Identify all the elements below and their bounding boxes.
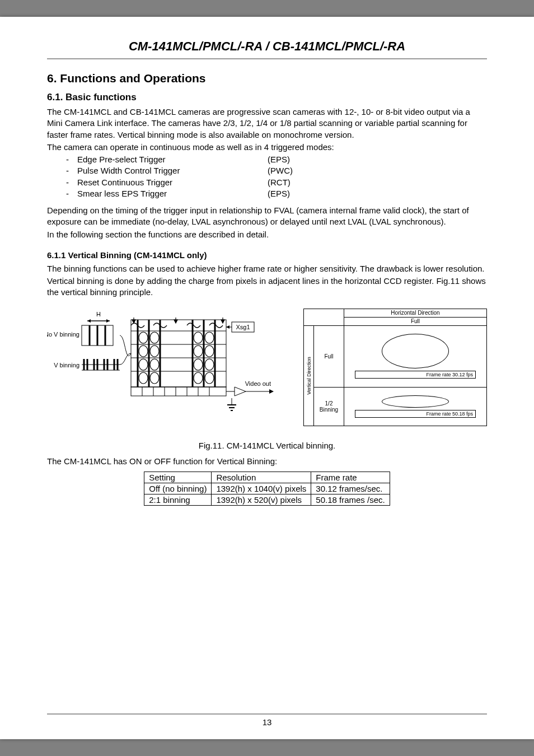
mode-name: Pulse Width Control Trigger	[77, 165, 268, 176]
header-title: CM-141MCL/PMCL/-RA / CB-141MCL/PMCL/-RA	[47, 39, 487, 54]
svg-marker-64	[269, 389, 274, 394]
body-paragraph: The CM-141MCL and CB-141MCL cameras are …	[47, 106, 487, 141]
table-header: Frame rate	[311, 472, 390, 483]
mode-code: (PWC)	[268, 165, 293, 176]
binning-table: Setting Resolution Frame rate Off (no bi…	[144, 472, 390, 506]
svg-marker-2	[106, 319, 110, 323]
svg-rect-53	[131, 387, 226, 396]
svg-point-31	[205, 332, 214, 343]
vertical-direction-label: Vertical Direction	[306, 357, 312, 395]
table-row: 2:1 binning 1392(h) x 520(v) pixels 50.1…	[144, 494, 390, 505]
binning-frame-rate-diagram: Horizontal Direction Full Vertical Direc…	[303, 309, 487, 426]
list-item: - Edge Pre-select Trigger (EPS)	[66, 154, 487, 165]
section-title: 6. Functions and Operations	[47, 72, 487, 85]
mode-code: (EPS)	[268, 188, 290, 199]
page-number: 13	[0, 717, 534, 727]
frame-rate-binning: Frame rate 50.18 fps	[355, 410, 476, 418]
body-paragraph: The camera can operate in continuous mod…	[47, 142, 487, 153]
body-paragraph: The CM-141MCL has ON or OFF function for…	[47, 456, 487, 467]
subsection-title: 6.1. Basic functions	[47, 92, 487, 103]
ellipse-icon	[382, 395, 449, 408]
body-paragraph: Vertical binning is done by adding the c…	[47, 276, 487, 298]
table-cell: 50.18 frames /sec.	[311, 494, 390, 505]
svg-point-35	[205, 346, 214, 357]
v-binning-label: V binning	[54, 362, 79, 368]
header-rule	[47, 58, 487, 59]
svg-point-28	[139, 332, 148, 343]
page: CM-141MCL/PMCL/-RA / CB-141MCL/PMCL/-RA …	[0, 17, 534, 739]
trigger-mode-list: - Edge Pre-select Trigger (EPS) - Pulse …	[66, 154, 487, 199]
figure-caption: Fig.11. CM-141MCL Vertical binning.	[47, 441, 487, 450]
svg-point-42	[194, 372, 203, 384]
svg-point-40	[139, 372, 148, 384]
ellipse-icon	[382, 334, 449, 368]
table-header-row: Setting Resolution Frame rate	[144, 472, 390, 483]
dash-bullet: -	[66, 188, 77, 199]
binning-principle-diagram: H No V binning V binning	[47, 309, 299, 426]
table-cell: 1392(h) x 1040(v) pixels	[212, 483, 311, 494]
svg-point-32	[139, 346, 148, 357]
dash-bullet: -	[66, 177, 77, 188]
svg-point-33	[150, 346, 159, 357]
h-label: H	[96, 311, 101, 318]
subsubsection-title: 6.1.1 Vertical Binning (CM-141MCL only)	[47, 250, 487, 260]
svg-point-37	[150, 359, 159, 370]
figure-row: H No V binning V binning	[47, 309, 487, 426]
svg-point-29	[150, 332, 159, 343]
video-out-label: Video out	[245, 380, 271, 387]
body-paragraph: The binning functions can be used to ach…	[47, 263, 487, 274]
list-item: - Smear less EPS Trigger (EPS)	[66, 188, 487, 199]
svg-point-30	[194, 332, 203, 343]
table-cell: 30.12 frames/sec.	[311, 483, 390, 494]
svg-point-36	[139, 359, 148, 370]
svg-marker-45	[132, 320, 135, 323]
body-paragraph: Depending on the timing of the trigger i…	[47, 205, 487, 228]
frame-rate-full: Frame rate 30.12 fps	[355, 371, 476, 379]
svg-marker-1	[87, 319, 91, 323]
table-header: Resolution	[212, 472, 311, 483]
mode-code: (EPS)	[268, 154, 290, 165]
svg-point-38	[194, 359, 203, 370]
full-top-label: Full	[344, 318, 486, 325]
horizontal-direction-label: Horizontal Direction	[344, 309, 486, 318]
mode-name: Reset Continuous Trigger	[77, 177, 268, 188]
svg-point-41	[150, 372, 159, 384]
svg-marker-62	[235, 387, 246, 396]
list-item: - Reset Continuous Trigger (RCT)	[66, 177, 487, 188]
svg-marker-47	[174, 320, 177, 323]
list-item: - Pulse Width Control Trigger (PWC)	[66, 165, 487, 176]
no-v-binning-label: No V binning	[47, 331, 79, 338]
footer-rule	[47, 713, 487, 715]
body-paragraph: In the following section the functions a…	[47, 229, 487, 240]
mode-name: Edge Pre-select Trigger	[77, 154, 268, 165]
mode-code: (RCT)	[268, 177, 291, 188]
svg-marker-52	[226, 325, 229, 329]
table-cell: 2:1 binning	[144, 494, 212, 505]
table-row: Off (no binning) 1392(h) x 1040(v) pixel…	[144, 483, 390, 494]
xsg1-label: Xsg1	[236, 324, 250, 330]
table-cell: 1392(h) x 520(v) pixels	[212, 494, 311, 505]
dash-bullet: -	[66, 154, 77, 165]
table-header: Setting	[144, 472, 212, 483]
dash-bullet: -	[66, 165, 77, 176]
mode-name: Smear less EPS Trigger	[77, 188, 268, 199]
row-binning-label: 1/2 Binning	[314, 388, 344, 426]
svg-marker-49	[221, 320, 224, 323]
svg-point-43	[205, 372, 214, 384]
svg-point-34	[194, 346, 203, 357]
row-full-label: Full	[314, 326, 344, 387]
svg-rect-17	[131, 320, 226, 387]
table-cell: Off (no binning)	[144, 483, 212, 494]
svg-point-39	[205, 359, 214, 370]
